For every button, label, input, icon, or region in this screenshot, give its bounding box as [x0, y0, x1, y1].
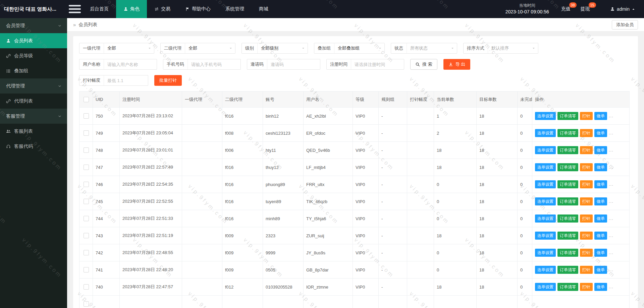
more-actions[interactable]: ...: [609, 165, 613, 170]
row-checkbox[interactable]: [84, 301, 89, 307]
chain-order-button[interactable]: 连单设置: [535, 249, 556, 257]
chain-order-button[interactable]: 连单设置: [535, 163, 556, 171]
inject-button[interactable]: 打针: [580, 214, 593, 223]
clear-orders-button[interactable]: 订单清零: [557, 266, 578, 274]
row-checkbox[interactable]: [84, 147, 89, 153]
sidebar-item-service-list[interactable]: 客服列表: [0, 124, 67, 139]
sidebar-item-member-list[interactable]: 会员列表: [0, 33, 67, 48]
inject-button[interactable]: 打针: [580, 283, 593, 291]
search-button[interactable]: 搜 索: [410, 59, 437, 70]
more-actions[interactable]: ...: [609, 113, 613, 118]
topnav-item-trade[interactable]: 交易: [147, 0, 178, 18]
clear-orders-button[interactable]: 订单清零: [557, 197, 578, 205]
filter-select-agent2[interactable]: 二级代理全部: [160, 43, 235, 54]
sidebar-item-stack-group[interactable]: 叠加组: [0, 63, 67, 78]
make-order-button[interactable]: 做单: [594, 163, 607, 171]
admin-menu[interactable]: admin: [610, 6, 635, 12]
sidebar-item-agent-list[interactable]: 代理列表: [0, 94, 67, 109]
row-checkbox[interactable]: [84, 165, 89, 170]
select-value-box[interactable]: 全部: [104, 43, 154, 53]
row-checkbox[interactable]: [84, 267, 89, 272]
hamburger-icon[interactable]: [67, 0, 83, 18]
chain-order-button[interactable]: 连单设置: [535, 266, 556, 274]
inject-button[interactable]: 打针: [580, 266, 593, 274]
more-actions[interactable]: ...: [609, 199, 613, 204]
chain-order-button[interactable]: 连单设置: [535, 146, 556, 154]
make-order-button[interactable]: 做单: [594, 112, 607, 120]
more-actions[interactable]: ...: [609, 147, 613, 152]
make-order-button[interactable]: 做单: [594, 232, 607, 240]
chain-order-button[interactable]: 连单设置: [535, 214, 556, 223]
select-value-box[interactable]: 所有状态: [407, 43, 457, 53]
export-button[interactable]: 导 出: [443, 59, 471, 70]
clear-orders-button[interactable]: 订单清零: [557, 232, 578, 240]
sidebar-item-service-code[interactable]: 客服代码: [0, 139, 67, 154]
clear-orders-button[interactable]: 订单清零: [557, 129, 578, 137]
more-actions[interactable]: ...: [609, 250, 613, 255]
clear-orders-button[interactable]: 订单清零: [557, 163, 578, 171]
phone-input[interactable]: [187, 59, 240, 69]
sidebar-group-agent-management[interactable]: 代理管理: [0, 78, 67, 94]
inject-button[interactable]: 打针: [580, 163, 593, 171]
make-order-button[interactable]: 做单: [594, 249, 607, 257]
chain-order-button[interactable]: 连单设置: [535, 232, 556, 240]
batch-inject-button[interactable]: 批量打针: [154, 75, 182, 86]
inject-button[interactable]: 打针: [580, 112, 593, 120]
filter-select-sort[interactable]: 排序方式默认排序: [463, 43, 538, 54]
clear-orders-button[interactable]: 订单清零: [557, 283, 578, 291]
select-value-box[interactable]: 全部: [185, 43, 235, 53]
row-checkbox[interactable]: [84, 182, 89, 187]
sidebar-group-service-management[interactable]: 客服管理: [0, 109, 67, 124]
clear-orders-button[interactable]: 订单清零: [557, 180, 578, 188]
filter-select-status[interactable]: 状态所有状态: [391, 43, 457, 54]
invite-code-input[interactable]: [267, 59, 320, 69]
make-order-button[interactable]: 做单: [594, 266, 607, 274]
recharge-link[interactable]: 充值 38: [561, 6, 571, 12]
topnav-item-help[interactable]: 帮助中心: [178, 0, 218, 18]
row-checkbox[interactable]: [84, 250, 89, 255]
chain-order-button[interactable]: 连单设置: [535, 129, 556, 137]
clear-orders-button[interactable]: 订单清零: [557, 112, 578, 120]
inject-button[interactable]: 打针: [580, 180, 593, 188]
chain-order-button[interactable]: 连单设置: [535, 197, 556, 205]
inject-button[interactable]: 打针: [580, 249, 593, 257]
topnav-item-home[interactable]: 后台首页: [83, 0, 116, 18]
topnav-item-role[interactable]: 角色: [116, 0, 147, 18]
filter-select-stack-group[interactable]: 叠加组全部叠加组: [314, 43, 385, 54]
select-all-checkbox[interactable]: [84, 97, 89, 102]
row-checkbox[interactable]: [84, 216, 89, 221]
sidebar-item-member-level[interactable]: 会员等级: [0, 48, 67, 63]
more-actions[interactable]: ...: [609, 267, 613, 272]
topnav-item-system[interactable]: 系统管理: [218, 0, 252, 18]
inject-button[interactable]: 打针: [580, 146, 593, 154]
more-actions[interactable]: ...: [609, 216, 613, 221]
row-checkbox[interactable]: [84, 130, 89, 136]
add-member-button[interactable]: 添加会员: [612, 20, 638, 29]
sidebar-group-member-management[interactable]: 会员管理: [0, 18, 67, 33]
make-order-button[interactable]: 做单: [594, 129, 607, 137]
topnav-item-mall[interactable]: 商城: [252, 0, 276, 18]
select-value-box[interactable]: 默认排序: [488, 43, 538, 53]
more-actions[interactable]: ...: [609, 130, 613, 135]
select-value-box[interactable]: 全部叠加组: [334, 43, 384, 53]
filter-select-agent1[interactable]: 一级代理全部: [79, 43, 154, 54]
clear-orders-button[interactable]: 订单清零: [557, 249, 578, 257]
filter-select-level[interactable]: 级别全部级别: [241, 43, 308, 54]
make-order-button[interactable]: 做单: [594, 214, 607, 223]
clear-orders-button[interactable]: 订单清零: [557, 146, 578, 154]
more-actions[interactable]: ...: [609, 233, 613, 238]
row-checkbox[interactable]: [84, 284, 89, 290]
make-order-button[interactable]: 做单: [594, 180, 607, 188]
make-order-button[interactable]: 做单: [594, 197, 607, 205]
row-checkbox[interactable]: [84, 199, 89, 204]
more-actions[interactable]: ...: [609, 284, 613, 289]
reg-time-input[interactable]: [351, 59, 404, 69]
username-input[interactable]: [104, 59, 157, 69]
row-checkbox[interactable]: [84, 113, 89, 119]
chain-order-button[interactable]: 连单设置: [535, 283, 556, 291]
make-order-button[interactable]: 做单: [594, 146, 607, 154]
chain-order-button[interactable]: 连单设置: [535, 180, 556, 188]
more-actions[interactable]: ...: [609, 182, 613, 187]
inject-button[interactable]: 打针: [580, 197, 593, 205]
clear-orders-button[interactable]: 订单清零: [557, 214, 578, 223]
